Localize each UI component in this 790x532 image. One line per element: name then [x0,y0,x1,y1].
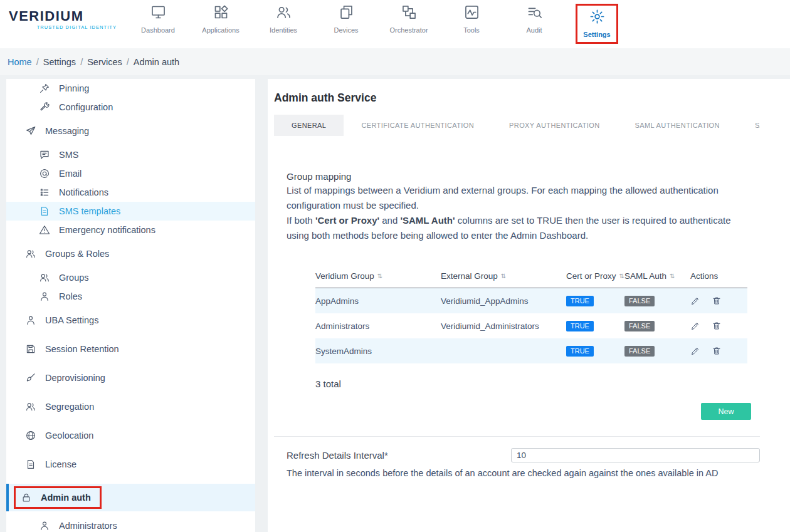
lock-icon [21,492,32,503]
sidebar-item-segregation[interactable]: Segregation [6,397,255,416]
column-label: Actions [690,271,718,281]
nav-item-settings[interactable]: Settings [566,4,628,44]
audit-icon [526,4,543,21]
refresh-interval-input[interactable] [511,448,760,462]
column-label: External Group [441,271,498,281]
sort-icon[interactable]: ⇅ [670,273,675,279]
sort-icon[interactable]: ⇅ [501,273,506,279]
false-badge: FALSE [624,346,655,357]
applications-icon [213,4,229,21]
uba-person-icon [25,315,36,326]
sidebar-item-groups-roles[interactable]: Groups & Roles [6,244,255,263]
nav-item-devices[interactable]: Devices [315,4,377,44]
delete-icon[interactable] [712,321,722,331]
license-document-icon [25,459,36,470]
sidebar-item-email[interactable]: Email [6,164,255,183]
table-header-row: Veridium Group ⇅ External Group ⇅ Cert o… [315,264,747,288]
orchestrator-icon [401,4,418,21]
pin-icon [39,83,50,94]
identities-icon [275,4,292,21]
people-icon [25,248,36,259]
refresh-interval-label: Refresh Details Interval* [287,450,511,461]
column-header-veridium-group[interactable]: Veridium Group ⇅ [315,271,441,281]
external-group-cell: Veridiumid_Administrators [441,321,566,331]
column-header-saml-auth[interactable]: SAML Auth ⇅ [624,271,690,281]
sidebar-item-license[interactable]: License [6,455,255,474]
sidebar-item-sms-templates[interactable]: SMS templates [6,202,255,221]
table-total-count: 3 total [315,378,760,389]
sidebar-item-deprovisioning[interactable]: Deprovisioning [6,368,255,387]
breadcrumb-separator: / [36,57,39,67]
nav-item-dashboard[interactable]: Dashboard [127,4,189,44]
sms-bubble-icon [39,149,50,160]
checklist-icon [39,187,50,198]
true-badge: TRUE [566,296,594,306]
globe-icon [25,430,36,441]
false-badge: FALSE [624,296,655,306]
nav-item-audit[interactable]: Audit [503,4,566,44]
tab-general[interactable]: GENERAL [274,115,344,136]
external-group-cell: Veridiumid_AppAdmins [441,296,566,306]
sort-icon[interactable]: ⇅ [619,273,624,279]
delete-icon[interactable] [712,296,722,306]
bold-cert-or-proxy: 'Cert or Proxy' [315,215,379,226]
sidebar-item-sms[interactable]: SMS [6,145,255,164]
breadcrumb-separator: / [127,57,129,67]
group-mapping-description: List of mappings between a Veridium and … [287,183,756,243]
sidebar-item-notifications[interactable]: Notifications [6,183,255,202]
column-header-external-group[interactable]: External Group ⇅ [441,271,566,281]
edit-icon[interactable] [690,321,700,331]
actions-cell [690,321,747,331]
devices-icon [338,4,355,21]
edit-icon[interactable] [690,296,700,306]
roles-icon [39,291,50,302]
column-label: Cert or Proxy [566,271,616,281]
document-icon [39,206,50,217]
sidebar-item-uba-settings[interactable]: UBA Settings [6,311,255,330]
logo-name: VERIDIUM [9,9,117,24]
edit-icon[interactable] [690,346,700,356]
veridium-group-cell: Administrators [315,321,441,331]
section-divider [274,436,760,437]
tab-saml-authentication[interactable]: SAML AUTHENTICATION [618,115,737,136]
column-header-cert-or-proxy[interactable]: Cert or Proxy ⇅ [566,271,624,281]
new-button[interactable]: New [701,403,751,420]
sidebar-item-session-retention[interactable]: Session Retention [6,340,255,358]
breadcrumb: Home / Settings / Services / Admin auth [0,48,790,75]
floppy-disk-icon [25,343,36,355]
sidebar-item-groups[interactable]: Groups [6,268,255,287]
primary-nav: Dashboard Applications Identities Device… [127,4,628,44]
delete-icon[interactable] [712,346,722,356]
cert-or-proxy-cell: TRUE [566,321,624,331]
logo-tagline: TRUSTED DIGITAL IDENTITY [9,24,117,30]
sidebar-item-geolocation[interactable]: Geolocation [6,426,255,445]
nav-item-identities[interactable]: Identities [252,4,315,44]
refresh-interval-description: The interval in seconds before the detai… [287,468,760,478]
sidebar-item-messaging[interactable]: Messaging [6,122,255,140]
tab-saml-keys[interactable]: SAML KE [737,115,760,136]
nav-item-applications[interactable]: Applications [189,4,252,44]
nav-item-orchestrator[interactable]: Orchestrator [377,4,440,44]
sidebar-item-configuration[interactable]: Configuration [6,98,255,117]
breadcrumb-services[interactable]: Services [87,57,122,67]
table-row: AppAdmins Veridiumid_AppAdmins TRUE FALS… [315,288,747,313]
sidebar-item-emergency-notifications[interactable]: Emergency notifications [6,221,255,239]
main-panel: Admin auth Service GENERAL CERTIFICATE A… [268,79,790,532]
true-badge: TRUE [566,321,594,331]
sidebar-item-administrators[interactable]: Administrators [6,516,255,532]
top-bar: VERIDIUM TRUSTED DIGITAL IDENTITY Dashbo… [0,0,790,48]
veridium-logo[interactable]: VERIDIUM TRUSTED DIGITAL IDENTITY [9,9,117,30]
tab-certificate-authentication[interactable]: CERTIFICATE AUTHENTICATION [344,115,492,136]
group-mapping-table: Veridium Group ⇅ External Group ⇅ Cert o… [315,264,747,363]
cert-or-proxy-cell: TRUE [566,346,624,357]
sort-icon[interactable]: ⇅ [377,273,382,279]
sidebar-item-roles[interactable]: Roles [6,287,255,306]
tab-proxy-authentication[interactable]: PROXY AUTHENTICATION [492,115,618,136]
breadcrumb-settings[interactable]: Settings [43,57,76,67]
actions-cell [690,296,747,306]
sidebar-item-admin-auth[interactable]: Admin auth [6,484,255,511]
breadcrumb-home[interactable]: Home [8,57,32,67]
nav-item-tools[interactable]: Tools [440,4,503,44]
new-button-row: New [274,403,760,420]
sidebar-item-pinning[interactable]: Pinning [6,79,255,98]
